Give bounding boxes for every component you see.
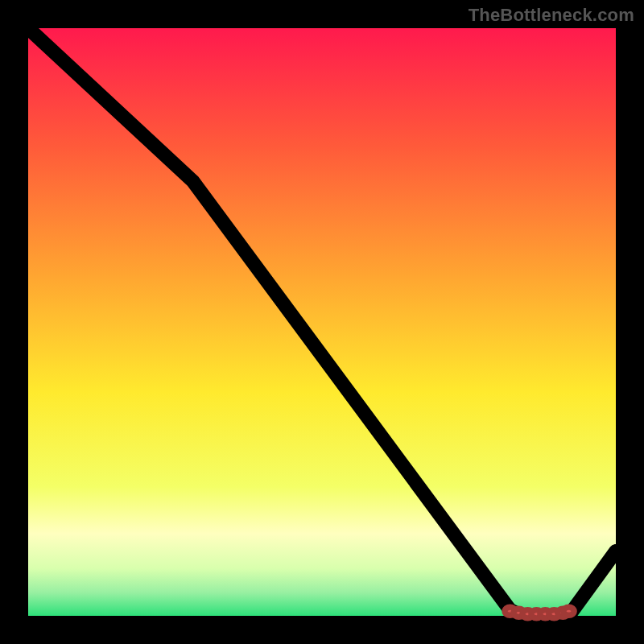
- chart-stage: TheBottleneck.com: [0, 0, 644, 644]
- marker-dot: [564, 607, 574, 615]
- chart-overlay: [28, 28, 616, 616]
- marker-cluster: [505, 607, 574, 618]
- watermark-text: TheBottleneck.com: [469, 5, 634, 26]
- data-curve: [28, 28, 616, 616]
